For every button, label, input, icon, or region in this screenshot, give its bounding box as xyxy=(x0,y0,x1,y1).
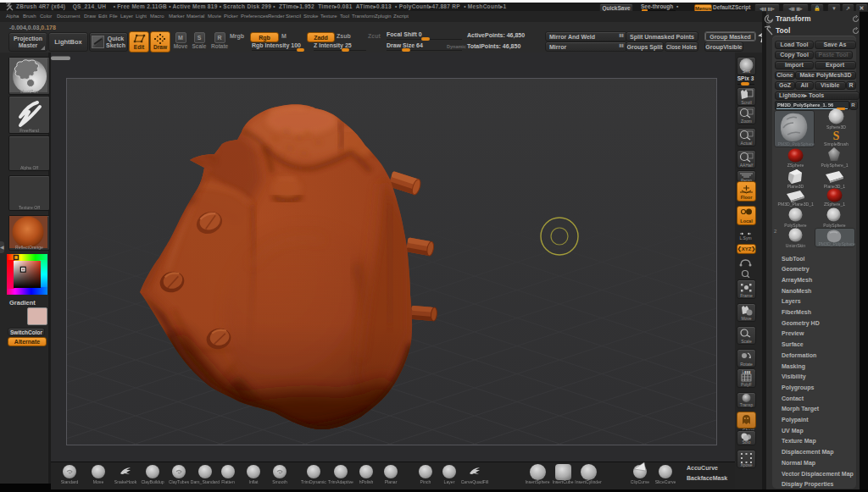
svg-text:Transp: Transp xyxy=(740,402,754,407)
svg-text:Floor: Floor xyxy=(741,195,754,200)
svg-text:L▮▮▮: L▮▮▮ xyxy=(743,370,751,374)
svg-text:Actual: Actual xyxy=(741,141,753,146)
svg-text:Smt: Smt xyxy=(743,69,751,74)
svg-text:Frame: Frame xyxy=(740,293,753,298)
svg-text:L.Sym: L.Sym xyxy=(739,235,751,240)
svg-text:AAHalf: AAHalf xyxy=(740,163,754,168)
svg-text:Rotate: Rotate xyxy=(740,362,753,367)
svg-text:Move: Move xyxy=(741,316,751,321)
svg-text:Local: Local xyxy=(740,218,753,224)
svg-text:Scroll: Scroll xyxy=(741,100,752,105)
svg-text:Xpose: Xpose xyxy=(740,462,752,467)
svg-text:S: S xyxy=(833,130,840,141)
svg-text:Solo: Solo xyxy=(742,439,750,445)
svg-text:Scale: Scale xyxy=(741,339,752,344)
svg-text:PolyF: PolyF xyxy=(741,382,752,387)
svg-text:Zoom: Zoom xyxy=(741,119,752,124)
